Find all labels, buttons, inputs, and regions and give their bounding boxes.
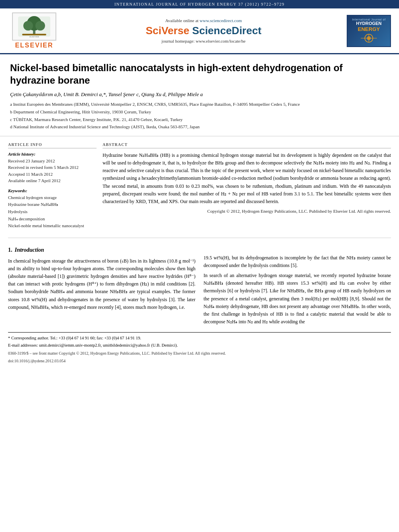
abstract-column: Abstract Hydrazine borane N₂H₄BH₃ (HB) i… [103, 142, 391, 230]
history-label: Article history: [8, 152, 97, 156]
keywords-label: Keywords: [8, 188, 97, 193]
article-title: Nickel-based bimetallic nanocatalysts in… [10, 62, 389, 86]
article-info-heading: Article Info [8, 142, 97, 148]
doi-note: doi:10.1016/j.ijhydene.2012.03.054 [8, 358, 391, 364]
affiliation-a: a Institut Européen des Membranes (IEMM)… [10, 101, 389, 108]
svg-point-4 [35, 21, 45, 31]
authors-line: Çetin Çakanyıldırım a,b, Umit B. Demirci… [10, 91, 389, 98]
affiliation-b: b Department of Chemical Engineering, Hi… [10, 109, 389, 116]
article-info-column: Article Info Article history: Received 2… [8, 142, 97, 230]
footnotes: * Corresponding author. Tel.: +33 (0)4 6… [8, 332, 391, 364]
keyword-2: Hydrazine borane N₂H₄BH₃ [8, 201, 97, 208]
keywords-section: Keywords: Chemical hydrogen storage Hydr… [8, 188, 97, 230]
journal-title-header: INTERNATIONAL JOURNAL OF HYDROGEN ENERGY… [114, 2, 284, 6]
hydrogen-title: HYDROGEN [356, 21, 382, 26]
intro-paragraph-right-1: 19.5 wt%(H), but its dehydrogenation is … [204, 254, 391, 269]
logos-row: ELSEVIER ELSEVIER Available online at ww… [0, 8, 399, 54]
introduction-left: 1. Introduction In chemical hydrogen sto… [8, 242, 195, 329]
revised-date: Received in revised form 5 March 2012 [8, 164, 97, 171]
accepted-date: Accepted 11 March 2012 [8, 171, 97, 178]
intro-paragraph-1: In chemical hydrogen storage the attract… [8, 257, 195, 311]
center-logos: Available online at www.sciencedirect.co… [60, 18, 347, 43]
title-section: Nickel-based bimetallic nanocatalysts in… [0, 54, 399, 136]
abstract-text: Hydrazine borane N₂H₄BH₃ (HB) is a promi… [103, 152, 391, 205]
introduction-right: 19.5 wt%(H), but its dehydrogenation is … [204, 242, 391, 329]
abstract-copyright: Copyright © 2012, Hydrogen Energy Public… [103, 209, 391, 214]
sciverse-sci: SciVerse [146, 25, 189, 37]
article-info-abstract-section: Article Info Article history: Received 2… [0, 136, 399, 234]
elsevier-tree-image: ELSEVIER [12, 12, 56, 41]
elsevier-logo: ELSEVIER ELSEVIER [8, 12, 60, 49]
issn-note: 0360-3199/$ – see front matter Copyright… [8, 350, 391, 356]
elsevier-brand-text: ELSEVIER [15, 42, 53, 49]
available-date: Available online 7 April 2012 [8, 177, 97, 184]
journal-header-bar: INTERNATIONAL JOURNAL OF HYDROGEN ENERGY… [0, 0, 399, 8]
svg-point-3 [23, 21, 33, 31]
section-divider [8, 238, 391, 238]
section-heading: Introduction [15, 247, 44, 253]
svg-rect-5 [22, 34, 46, 35]
received-date: Received 23 January 2012 [8, 158, 97, 164]
sciencedirect-link[interactable]: www.sciencedirect.com [200, 18, 242, 23]
affiliation-d: d National Institute of Advanced Industr… [10, 123, 389, 131]
email-note: E-mail addresses: umit.demirci@iemm.univ… [8, 342, 391, 349]
svg-text:ELSEVIER: ELSEVIER [29, 36, 39, 38]
sciverse-logo: SciVerse ScienceDirect [146, 25, 261, 37]
affiliations: a Institut Européen des Membranes (IEMM)… [10, 101, 389, 130]
abstract-heading: Abstract [103, 142, 391, 148]
article-history: Article history: Received 23 January 201… [8, 152, 97, 184]
keyword-4: N₂H₄ decomposition [8, 216, 97, 223]
journal-homepage-text: journal homepage: www.elsevier.com/locat… [162, 39, 246, 43]
keyword-3: Hydrolysis [8, 208, 97, 216]
intro-paragraph-right-2: In search of an alternative hydrogen sto… [204, 272, 391, 326]
hydrogen-energy: ENERGY [358, 26, 380, 32]
affiliation-c: c TÜBİTAK, Marmara Research Center, Ener… [10, 116, 389, 123]
hydrogen-intl: International Journal of [352, 18, 385, 21]
keyword-5: Nickel-noble metal bimetallic nanocataly… [8, 222, 97, 230]
main-content: 1. Introduction In chemical hydrogen sto… [0, 242, 399, 333]
keyword-1: Chemical hydrogen storage [8, 194, 97, 201]
corresponding-author-note: * Corresponding author. Tel.: +33 (0)4 6… [8, 335, 391, 341]
available-online-text: Available online at www.sciencedirect.co… [165, 18, 242, 23]
hydrogen-energy-logo: International Journal of HYDROGEN ENERGY [347, 15, 391, 47]
section-number: 1. [8, 247, 12, 253]
